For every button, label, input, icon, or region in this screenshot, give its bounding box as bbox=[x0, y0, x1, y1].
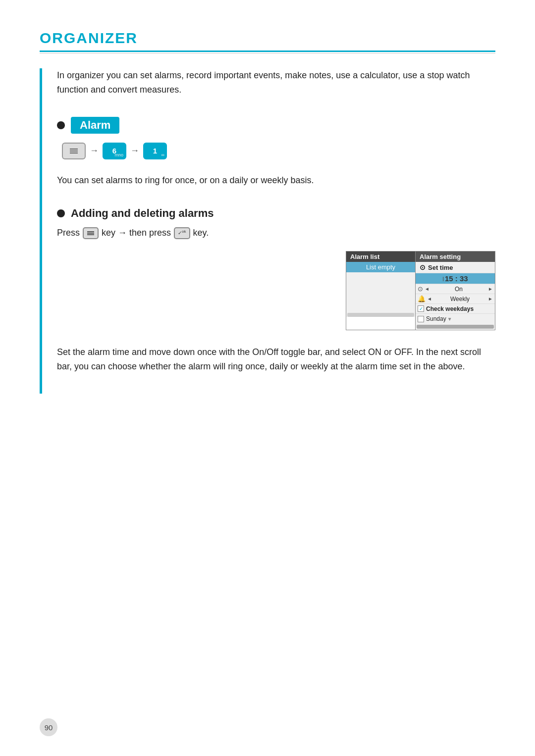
weekly-left-arrow: ◄ bbox=[427, 296, 432, 302]
sunday-dropdown-arrow: ▼ bbox=[447, 316, 452, 322]
alarm-list-scrollbar bbox=[347, 313, 414, 317]
header-section: ORGANIZER bbox=[40, 30, 495, 53]
left-bar bbox=[40, 68, 42, 394]
alarm-setting-body: ⊙ Set time | 15 : 33 ⊙ ◄ bbox=[416, 262, 495, 329]
sunday-checkbox[interactable] bbox=[418, 316, 424, 322]
bottom-text: Set the alarm time and move down once wi… bbox=[57, 345, 495, 374]
check-weekdays-row: ✓ Check weekdays bbox=[416, 304, 495, 314]
alarm-bullet bbox=[57, 121, 65, 129]
alarm-setting-header: Alarm setting bbox=[416, 252, 495, 262]
arrow1-icon: → bbox=[90, 146, 99, 156]
adding-bullet bbox=[57, 209, 65, 217]
on-off-row: ⊙ ◄ On ► bbox=[416, 284, 495, 294]
alarm-setting-panel: Alarm setting ⊙ Set time | 15 : 33 bbox=[416, 252, 495, 330]
content-with-bar: In organizer you can set alarms, record … bbox=[40, 68, 495, 394]
on-right-arrow: ► bbox=[488, 286, 493, 292]
page-container: ORGANIZER In organizer you can set alarm… bbox=[0, 0, 535, 756]
weekly-row: 🔔 ◄ Weekly ► bbox=[416, 294, 495, 304]
time-value-row: | 15 : 33 bbox=[416, 273, 495, 284]
alarm-list-body: List empty bbox=[346, 262, 415, 317]
alarm-body-text: You can set alarms to ring for once, or … bbox=[57, 173, 495, 188]
intro-text: In organizer you can set alarms, record … bbox=[57, 68, 495, 97]
header-rule-top bbox=[40, 50, 495, 52]
bell-small-icon: 🔔 bbox=[418, 295, 426, 302]
page-title: ORGANIZER bbox=[40, 30, 495, 47]
adding-heading-wrapper: Adding and deleting alarms bbox=[57, 207, 495, 220]
screenshot-area: Alarm list List empty Alarm setting bbox=[57, 251, 495, 330]
alarm-list-header: Alarm list bbox=[346, 252, 415, 262]
set-time-label: Set time bbox=[428, 264, 453, 271]
time-value: 15 : 33 bbox=[445, 274, 468, 283]
adding-heading: Adding and deleting alarms bbox=[71, 207, 214, 220]
set-time-row: ⊙ Set time bbox=[416, 262, 495, 273]
alarm-setting-scrollbar bbox=[417, 325, 494, 329]
alarm-list-empty-space bbox=[346, 272, 415, 312]
clock-small-icon: ⊙ bbox=[418, 285, 423, 293]
alarm-heading-wrapper: Alarm bbox=[57, 117, 495, 134]
weekly-value: Weekly bbox=[432, 296, 488, 302]
press-text: Press key → then press ✓ok key. bbox=[57, 226, 495, 240]
check-weekdays-label: Check weekdays bbox=[426, 305, 474, 312]
list-empty-row: List empty bbox=[346, 262, 415, 272]
alarm-heading: Alarm bbox=[71, 117, 119, 134]
alarm-list-panel: Alarm list List empty bbox=[346, 252, 416, 330]
arrow2-icon: → bbox=[130, 146, 139, 156]
main-content: In organizer you can set alarms, record … bbox=[57, 68, 495, 394]
page-number: 90 bbox=[40, 718, 57, 736]
on-value: On bbox=[429, 286, 488, 293]
icon-flow: → 6 mno → 1 ∞ bbox=[62, 143, 495, 159]
on-left-arrow: ◄ bbox=[425, 286, 429, 292]
weekly-right-arrow: ► bbox=[488, 296, 493, 302]
6mno-icon-box: 6 mno bbox=[103, 143, 126, 159]
menu-icon-box bbox=[62, 143, 86, 159]
1oo-icon-box: 1 ∞ bbox=[143, 143, 167, 159]
header-rule-bottom bbox=[40, 53, 495, 53]
press-ok-icon: ✓ok bbox=[174, 227, 190, 239]
press-menu-icon bbox=[83, 227, 99, 239]
sunday-row: Sunday ▼ bbox=[416, 314, 495, 324]
press-text-end: key. bbox=[193, 226, 209, 240]
sunday-label: Sunday bbox=[426, 315, 446, 322]
press-text-mid: key → then press bbox=[102, 226, 171, 240]
check-weekdays-checkbox[interactable]: ✓ bbox=[418, 305, 424, 312]
panels-wrapper: Alarm list List empty Alarm setting bbox=[346, 251, 495, 330]
press-label: Press bbox=[57, 226, 80, 240]
